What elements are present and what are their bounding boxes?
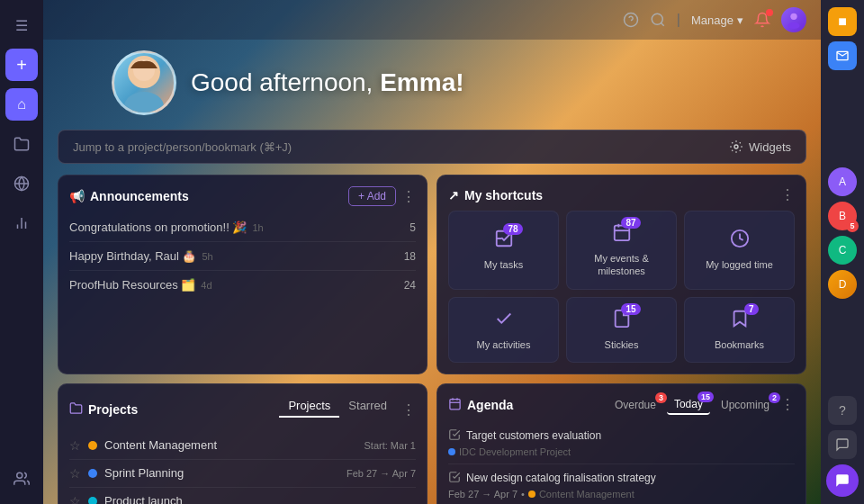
- notification-badge: [766, 9, 773, 16]
- overdue-badge: 3: [655, 392, 667, 403]
- events-icon: [612, 226, 632, 246]
- star-icon[interactable]: ☆: [69, 438, 81, 453]
- tab-starred[interactable]: Starred: [339, 395, 396, 418]
- tab-overdue[interactable]: Overdue 3: [608, 396, 663, 414]
- topbar: | Manage ▾: [43, 0, 821, 40]
- right-panel: ■ A B 5 C D ?: [821, 0, 864, 504]
- agenda-more-icon[interactable]: ⋮: [780, 396, 795, 413]
- announcement-text: ProofHub Resources 🗂️: [69, 278, 195, 292]
- projects-more-icon[interactable]: ⋮: [401, 401, 416, 418]
- manage-button[interactable]: Manage ▾: [691, 14, 743, 27]
- divider: |: [677, 12, 680, 28]
- upcoming-label: Upcoming: [721, 399, 770, 411]
- announcement-count: 5: [410, 221, 416, 234]
- upcoming-badge: 2: [769, 392, 780, 403]
- shortcut-activities[interactable]: My activities: [448, 297, 559, 363]
- shortcuts-title: ↗ My shortcuts: [448, 188, 543, 202]
- project-row: ☆ Content Management Start: Mar 1: [69, 432, 416, 460]
- folder-icon[interactable]: [5, 128, 38, 160]
- shortcuts-grid: 78 My tasks 87 My events & milestones: [448, 211, 795, 363]
- welcome-text: Good afternoon, Emma!: [191, 68, 464, 97]
- help-icon[interactable]: [623, 12, 639, 28]
- project-name[interactable]: Content Management: [104, 438, 217, 452]
- project-dot: [88, 497, 97, 504]
- shortcuts-more-icon[interactable]: ⋮: [780, 186, 795, 203]
- agenda-list: Target customers evaluation IDC Developm…: [448, 422, 795, 504]
- projects-header: Projects Projects Starred ⋮: [69, 395, 416, 425]
- agenda-item-title-text: New design catalog finalisation strategy: [466, 472, 656, 484]
- check-icon: [448, 471, 461, 486]
- agenda-project-dot: [448, 448, 455, 455]
- agenda-project-name: IDC Development Project: [459, 446, 571, 457]
- panel-icon-yellow[interactable]: ■: [828, 7, 857, 36]
- project-name[interactable]: Product launch: [104, 494, 183, 504]
- shortcut-my-tasks[interactable]: 78 My tasks: [448, 211, 559, 290]
- tasks-icon: [494, 232, 514, 252]
- people-icon[interactable]: [5, 463, 38, 495]
- time-icon: [730, 232, 750, 252]
- tab-today[interactable]: Today 15: [667, 395, 710, 415]
- projects-tabs: Projects Starred: [279, 395, 396, 418]
- announcements-actions: + Add ⋮: [348, 186, 416, 206]
- agenda-item: Target customers evaluation IDC Developm…: [448, 422, 795, 464]
- project-dot: [88, 469, 97, 478]
- globe-icon[interactable]: [5, 167, 38, 200]
- project-name[interactable]: Sprint Planning: [104, 466, 184, 480]
- announcements-more-icon[interactable]: ⋮: [401, 188, 416, 205]
- projects-list: ☆ Content Management Start: Mar 1 ☆ Spri…: [69, 432, 416, 504]
- search-icon[interactable]: [650, 12, 666, 28]
- avatar-badge: 5: [846, 220, 859, 232]
- tab-upcoming[interactable]: Upcoming 2: [714, 396, 777, 414]
- shortcuts-header: ↗ My shortcuts ⋮: [448, 186, 795, 203]
- search-bar[interactable]: Jump to a project/person/bookmark (⌘+J) …: [58, 130, 806, 164]
- svg-point-5: [17, 472, 22, 478]
- menu-icon[interactable]: ☰: [5, 9, 38, 41]
- today-badge: 15: [698, 392, 714, 402]
- shortcut-bookmarks[interactable]: 7 Bookmarks: [684, 297, 795, 363]
- left-sidebar: ☰ + ⌂: [0, 0, 43, 504]
- announcements-header: 📢 Announcements + Add ⋮: [69, 186, 416, 206]
- widgets-label: Widgets: [749, 140, 791, 154]
- add-icon[interactable]: +: [5, 49, 38, 81]
- chat-button[interactable]: [826, 464, 859, 497]
- announcement-item: Congratulations on promotion!! 🎉 1h 5: [69, 213, 416, 242]
- notification-icon[interactable]: [754, 12, 770, 28]
- team-avatar-3[interactable]: C: [828, 236, 857, 265]
- announcements-add-button[interactable]: + Add: [348, 186, 396, 206]
- tab-projects[interactable]: Projects: [279, 395, 339, 418]
- announcement-item: ProofHub Resources 🗂️ 4d 24: [69, 271, 416, 299]
- team-avatar-2[interactable]: B 5: [828, 202, 857, 230]
- bookmarks-label: Bookmarks: [715, 338, 764, 351]
- announcements-card: 📢 Announcements + Add ⋮ Congratulations …: [58, 175, 428, 374]
- home-icon[interactable]: ⌂: [5, 88, 38, 121]
- agenda-date: Feb 27 → Apr 7: [448, 489, 518, 500]
- agenda-title: Agenda: [448, 397, 513, 413]
- star-icon[interactable]: ☆: [69, 494, 81, 504]
- shortcuts-icon: ↗: [448, 188, 459, 202]
- shortcut-logged-time[interactable]: My logged time: [684, 211, 795, 290]
- announcement-item: Happy Birthday, Raul 🎂 5h 18: [69, 242, 416, 271]
- team-avatar-4[interactable]: D: [828, 270, 857, 299]
- announcement-time: 4d: [201, 280, 212, 291]
- user-avatar[interactable]: [781, 7, 806, 32]
- team-avatar-1[interactable]: A: [828, 167, 857, 196]
- activities-label: My activities: [477, 338, 531, 351]
- announcement-count: 18: [404, 250, 416, 263]
- stickies-badge: 15: [621, 303, 640, 315]
- agenda-card: Agenda Overdue 3 Today 15: [436, 383, 806, 504]
- chart-icon[interactable]: [5, 207, 38, 239]
- welcome-section: Good afternoon, Emma!: [58, 40, 806, 130]
- shortcut-stickies[interactable]: 15 Stickies: [566, 297, 677, 363]
- help-button[interactable]: ?: [828, 396, 857, 425]
- shortcuts-card: ↗ My shortcuts ⋮ 78 My tasks: [436, 175, 806, 374]
- project-row: ☆ Product launch: [69, 488, 416, 504]
- tasks-label: My tasks: [484, 258, 523, 271]
- projects-card: Projects Projects Starred ⋮ ☆: [58, 383, 428, 504]
- svg-point-13: [124, 92, 164, 113]
- panel-icon-blue[interactable]: [828, 41, 857, 70]
- project-date: Feb 27 → Apr 7: [346, 468, 416, 479]
- star-icon[interactable]: ☆: [69, 466, 81, 481]
- widgets-button[interactable]: Widgets: [729, 140, 791, 154]
- feedback-button[interactable]: [828, 430, 857, 459]
- shortcut-events[interactable]: 87 My events & milestones: [566, 211, 677, 290]
